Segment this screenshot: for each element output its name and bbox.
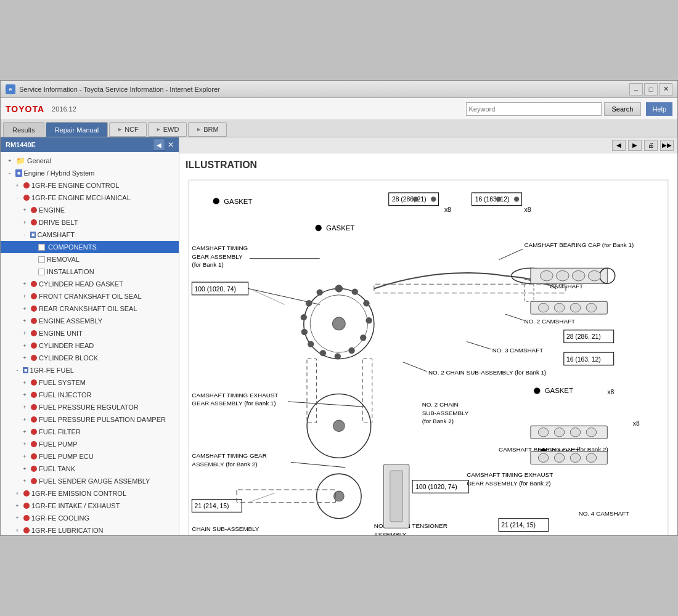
ncf-tab-label: NCF xyxy=(125,126,139,133)
sidebar-item-removal[interactable]: REMOVAL xyxy=(1,253,179,265)
expand-fuel-pressure-reg-icon[interactable]: + xyxy=(20,403,29,411)
content-print[interactable]: 🖨 xyxy=(644,140,658,151)
tab-brm[interactable]: ► BRM xyxy=(188,122,226,137)
maximize-button[interactable]: □ xyxy=(644,83,658,95)
sidebar-item-1gr-fuel[interactable]: - ■ 1GR-FE FUEL xyxy=(1,364,179,376)
svg-text:21 (214, 15): 21 (214, 15) xyxy=(195,503,229,509)
sidebar-item-fuel-sender[interactable]: + FUEL SENDER GAUGE ASSEMBLY xyxy=(1,475,179,487)
sidebar-item-fuel-system[interactable]: + FUEL SYSTEM xyxy=(1,376,179,389)
sidebar-item-1gr-intake[interactable]: + 1GR-FE INTAKE / EXHAUST xyxy=(1,500,179,512)
expand-installation-icon[interactable] xyxy=(28,267,36,276)
sidebar-nav-back[interactable]: ◀ xyxy=(153,139,165,151)
red-dot-1gr-emission-icon xyxy=(23,490,30,496)
tab-results[interactable]: Results xyxy=(3,122,44,137)
sidebar-item-cylinder-head[interactable]: + CYLINDER HEAD xyxy=(1,339,179,352)
sidebar-item-fuel-injector[interactable]: + FUEL INJECTOR xyxy=(1,389,179,401)
expand-1gr-cooling-icon[interactable]: + xyxy=(13,514,22,522)
sidebar-item-fuel-filter[interactable]: + FUEL FILTER xyxy=(1,426,179,438)
svg-point-116 xyxy=(514,197,519,201)
expand-engine-hybrid-icon[interactable]: - xyxy=(6,169,14,177)
svg-text:GEAR ASSEMBLY (for Bank 2): GEAR ASSEMBLY (for Bank 2) xyxy=(467,480,550,487)
expand-fuel-filter-icon[interactable]: + xyxy=(20,428,29,436)
expand-fuel-pump-icon[interactable]: + xyxy=(20,440,29,448)
search-button[interactable]: Search xyxy=(604,102,642,116)
expand-cylinder-block-icon[interactable]: + xyxy=(20,354,29,362)
expand-fuel-sender-icon[interactable]: + xyxy=(20,477,29,485)
sidebar-item-camshaft[interactable]: - ■ CAMSHAFT xyxy=(1,229,179,241)
expand-1gr-lubrication-icon[interactable]: + xyxy=(13,526,22,535)
expand-fuel-pressure-puls-icon[interactable]: + xyxy=(20,415,29,424)
expand-1gr-mech-icon[interactable]: - xyxy=(13,193,22,202)
expand-cylinder-head-icon[interactable]: + xyxy=(20,341,29,350)
sidebar-item-general[interactable]: + 📁 General xyxy=(1,155,179,167)
expand-1gr-control-icon[interactable]: + xyxy=(13,181,22,190)
content-scroll[interactable]: ILLUSTRATION GASKET GASKET xyxy=(179,153,677,535)
tabs-row: Results Repair Manual ► NCF ► EWD ► BRM xyxy=(1,120,677,137)
minimize-button[interactable]: – xyxy=(629,83,643,95)
red-dot-engine-assembly-icon xyxy=(31,318,37,324)
expand-engine-icon[interactable]: + xyxy=(20,206,29,214)
svg-text:GASKET: GASKET xyxy=(326,224,354,232)
sidebar-item-engine-hybrid[interactable]: - ■ Engine / Hybrid System xyxy=(1,167,179,179)
sidebar-item-cylinder-block[interactable]: + CYLINDER BLOCK xyxy=(1,352,179,364)
sidebar-item-1gr-lubrication[interactable]: + 1GR-FE LUBRICATION xyxy=(1,524,179,535)
content-export[interactable]: ▶▶ xyxy=(660,140,674,151)
sidebar-item-cyl-head-gasket[interactable]: + CYLINDER HEAD GASKET xyxy=(1,278,179,290)
red-dot-front-crank-icon xyxy=(31,293,37,299)
sidebar-label-1gr-mech: 1GR-FE ENGINE MECHANICAL xyxy=(31,194,131,201)
expand-1gr-emission-icon[interactable]: + xyxy=(13,489,22,498)
sidebar-label-cyl-head-gasket: CYLINDER HEAD GASKET xyxy=(39,280,123,288)
sidebar-item-fuel-pressure-puls[interactable]: + FUEL PRESSURE PULSATION DAMPER xyxy=(1,413,179,426)
sidebar-item-drive-belt[interactable]: + DRIVE BELT xyxy=(1,216,179,229)
sidebar-scroll[interactable]: + 📁 General - ■ Engine / Hybrid System xyxy=(1,152,179,535)
sidebar-item-front-crank[interactable]: + FRONT CRANKSHAFT OIL SEAL xyxy=(1,290,179,302)
svg-text:21 (214, 15): 21 (214, 15) xyxy=(501,522,536,529)
expand-general-icon[interactable]: + xyxy=(6,156,14,165)
expand-fuel-injector-icon[interactable]: + xyxy=(20,391,29,399)
svg-text:CAMSHAFT BEARING CAP (for Bank: CAMSHAFT BEARING CAP (for Bank 1) xyxy=(525,241,634,248)
tab-repair-manual[interactable]: Repair Manual xyxy=(46,122,108,137)
sidebar-item-rear-crank[interactable]: + REAR CRANKSHAFT OIL SEAL xyxy=(1,302,179,315)
sidebar-item-1gr-emission[interactable]: + 1GR-FE EMISSION CONTROL xyxy=(1,487,179,500)
sidebar-item-fuel-tank[interactable]: + FUEL TANK xyxy=(1,463,179,475)
expand-engine-unit-icon[interactable]: + xyxy=(20,329,29,338)
expand-removal-icon[interactable] xyxy=(28,255,36,264)
expand-front-crank-icon[interactable]: + xyxy=(20,292,29,301)
svg-point-82 xyxy=(540,270,553,281)
sidebar-item-fuel-pump[interactable]: + FUEL PUMP xyxy=(1,438,179,450)
search-input[interactable] xyxy=(466,102,602,116)
content-nav-prev[interactable]: ◀ xyxy=(612,140,626,151)
expand-components-icon[interactable] xyxy=(28,243,36,251)
sidebar-item-components[interactable]: COMPONENTS xyxy=(1,241,179,253)
expand-fuel-tank-icon[interactable]: + xyxy=(20,464,29,473)
sidebar-label-camshaft: CAMSHAFT xyxy=(37,231,75,238)
red-dot-fuel-sender-icon xyxy=(31,478,37,484)
sidebar-item-1gr-mech[interactable]: - 1GR-FE ENGINE MECHANICAL xyxy=(1,192,179,204)
sidebar-item-1gr-control[interactable]: + 1GR-FE ENGINE CONTROL xyxy=(1,179,179,192)
content-nav-next[interactable]: ▶ xyxy=(628,140,642,151)
expand-camshaft-icon[interactable]: - xyxy=(20,230,29,239)
sidebar-item-1gr-cooling[interactable]: + 1GR-FE COOLING xyxy=(1,512,179,524)
expand-1gr-intake-icon[interactable]: + xyxy=(13,501,22,510)
expand-engine-assembly-icon[interactable]: + xyxy=(20,317,29,325)
tab-ewd[interactable]: ► EWD xyxy=(148,122,187,137)
help-button[interactable]: Help xyxy=(646,102,672,116)
expand-fuel-pump-ecu-icon[interactable]: + xyxy=(20,452,29,461)
expand-drive-belt-icon[interactable]: + xyxy=(20,218,29,227)
expand-cyl-head-gasket-icon[interactable]: + xyxy=(20,280,29,288)
sidebar-item-fuel-pump-ecu[interactable]: + FUEL PUMP ECU xyxy=(1,450,179,463)
sidebar-item-installation[interactable]: INSTALLATION xyxy=(1,265,179,278)
svg-text:x8: x8 xyxy=(633,420,640,427)
svg-point-38 xyxy=(534,387,540,394)
tab-ncf[interactable]: ► NCF xyxy=(109,122,147,137)
sidebar-item-engine-assembly[interactable]: + ENGINE ASSEMBLY xyxy=(1,315,179,327)
sidebar-close-button[interactable]: ✕ xyxy=(168,139,174,151)
version-label: 2016.12 xyxy=(52,105,76,113)
expand-rear-crank-icon[interactable]: + xyxy=(20,304,29,313)
sidebar-item-engine[interactable]: + ENGINE xyxy=(1,204,179,216)
expand-1gr-fuel-icon[interactable]: - xyxy=(13,366,22,375)
sidebar-item-engine-unit[interactable]: + ENGINE UNIT xyxy=(1,327,179,339)
sidebar-item-fuel-pressure-reg[interactable]: + FUEL PRESSURE REGULATOR xyxy=(1,401,179,413)
close-button[interactable]: ✕ xyxy=(659,83,672,95)
expand-fuel-system-icon[interactable]: + xyxy=(20,378,29,387)
